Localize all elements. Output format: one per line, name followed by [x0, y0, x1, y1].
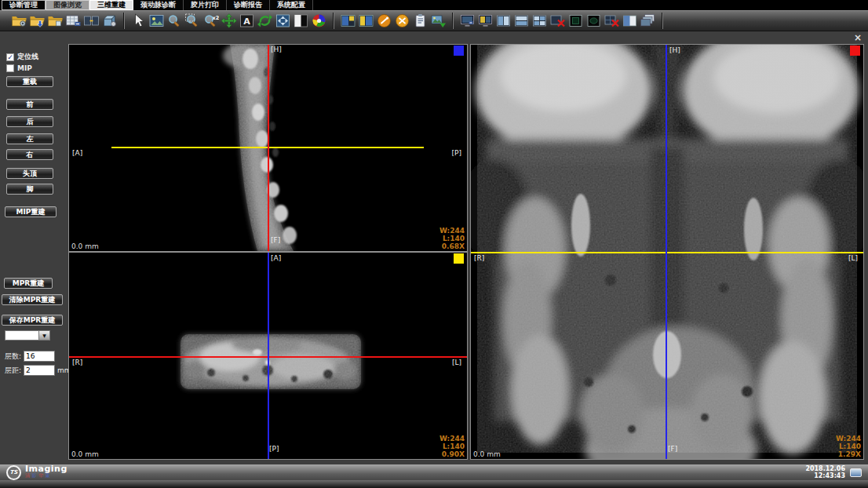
layout-half-icon[interactable]	[622, 13, 638, 28]
orientation-marker-right: [L]	[452, 359, 461, 366]
svg-text:x2: x2	[213, 15, 220, 21]
toolbar-separator	[452, 13, 454, 29]
layout-grid-icon[interactable]	[531, 13, 548, 28]
mpr-rebuild-button[interactable]: MPR重建	[4, 278, 53, 289]
mri-workstation-app: 诊断管理图像浏览三维重建颈动脉诊断胶片打印诊断报告系统配置 x2A 定位线 MI…	[0, 0, 868, 488]
menu-tab-5[interactable]: 胶片打印	[184, 0, 227, 10]
menu-tab-2[interactable]: 图像浏览	[46, 0, 89, 10]
svg-text:A: A	[243, 16, 250, 27]
mip-rebuild-button[interactable]: MIP重建	[5, 206, 57, 217]
image-preview-icon[interactable]	[148, 13, 165, 28]
annotation-text-icon[interactable]: A	[239, 13, 255, 28]
back-button[interactable]: 后	[6, 116, 53, 127]
brand-block: Imaging 清影华康	[25, 466, 67, 479]
menu-tab-1[interactable]: 诊断管理	[2, 0, 46, 10]
clear-layout-icon[interactable]	[604, 13, 620, 28]
cascade-windows-icon[interactable]	[640, 13, 656, 28]
layout-horizontal-icon[interactable]	[513, 13, 530, 28]
slice-distance-label: 0.0 mm	[473, 450, 501, 458]
orientation-marker-bottom: [F]	[668, 445, 677, 453]
color-palette-icon[interactable]	[311, 13, 327, 28]
close-series-icon[interactable]	[549, 13, 566, 28]
invert-contrast-icon[interactable]	[293, 13, 309, 28]
orientation-marker-left: [A]	[72, 149, 82, 157]
mip-checkbox[interactable]: MIP	[6, 64, 32, 72]
shape-rect-icon[interactable]	[567, 13, 584, 28]
window-level-readout: W:244 L:140 0.90X	[439, 435, 465, 458]
checkbox-box-icon[interactable]	[6, 64, 14, 72]
left-button[interactable]: 左	[6, 133, 53, 144]
open-folder-icon[interactable]	[47, 13, 64, 28]
head-button[interactable]: 头顶	[6, 168, 53, 179]
mip-label: MIP	[17, 64, 32, 72]
localization-lines-checkbox[interactable]: 定位线	[6, 52, 38, 62]
zoom-x2-icon[interactable]: x2	[202, 13, 219, 28]
right-button[interactable]: 右	[6, 149, 53, 160]
zoom-icon[interactable]	[166, 13, 183, 28]
layout-vertical-icon[interactable]	[495, 13, 512, 28]
zoom-region-icon[interactable]	[184, 13, 201, 28]
open-folder-import-icon[interactable]	[29, 13, 46, 28]
layout-preset-icon[interactable]	[340, 13, 356, 28]
axial-color-tag	[454, 253, 464, 264]
export-image-icon[interactable]	[430, 13, 447, 28]
reload-button[interactable]: 重载	[6, 76, 53, 87]
coronal-viewport[interactable]: [H] [R] [L] [F] 0.0 mm W:244 L:140 1.29X	[470, 44, 864, 460]
monitor-single-icon[interactable]	[459, 13, 476, 28]
brand-logo-icon: TS	[6, 465, 21, 480]
menu-tab-6[interactable]: 诊断报告	[227, 0, 270, 10]
layers-field-row: 层数:	[5, 351, 55, 362]
front-button[interactable]: 前	[6, 99, 53, 110]
menu-tab-4[interactable]: 颈动脉诊断	[133, 0, 184, 10]
checkbox-box-icon[interactable]	[6, 53, 14, 61]
measure-tools-icon[interactable]	[376, 13, 392, 28]
menu-tab-7[interactable]: 系统配置	[270, 0, 313, 10]
pan-icon[interactable]	[221, 13, 237, 28]
orientation-marker-right: [P]	[452, 149, 461, 157]
layers-input[interactable]	[24, 351, 55, 362]
bottom-strip	[0, 480, 868, 488]
save-mpr-button[interactable]: 保存MPR重建	[2, 315, 63, 326]
axial-viewport[interactable]: [A] [R] [L] [P] 0.0 mm W:244 L:140 0.90X	[68, 252, 468, 460]
open-folder-config-icon[interactable]	[11, 13, 27, 28]
menu-tab-3[interactable]: 三维重建	[89, 0, 133, 10]
mpr-preset-dropdown[interactable]: ▼	[5, 330, 50, 341]
slice-distance-label: 0.0 mm	[71, 450, 99, 458]
monitor-split-icon[interactable]	[477, 13, 494, 28]
coronal-color-tag	[850, 46, 860, 56]
spacing-label: 层距:	[5, 366, 21, 376]
zoom-factor-value: 1.29X	[836, 450, 861, 458]
chevron-down-icon[interactable]: ▼	[38, 331, 49, 340]
sagittal-viewport[interactable]: [H] [A] [P] [F] 0.0 mm W:244 L:140 0.68X	[68, 44, 468, 252]
settings-tools-icon[interactable]	[394, 13, 410, 28]
fit-to-window-icon[interactable]	[275, 13, 291, 28]
sagittal-plane-line[interactable]	[666, 45, 667, 459]
cursor-icon[interactable]	[130, 13, 147, 28]
spacing-input[interactable]	[24, 365, 55, 376]
report-clipboard-icon[interactable]	[412, 13, 429, 28]
brand-name: Imaging	[25, 466, 67, 472]
sagittal-plane-line[interactable]	[268, 253, 269, 459]
foot-button[interactable]: 脚	[6, 184, 53, 195]
spacing-field-row: 层距: mm	[5, 365, 71, 376]
status-picture-icon[interactable]	[850, 468, 862, 477]
layout-preset-alt-icon[interactable]	[358, 13, 374, 28]
worklist-table-icon[interactable]	[65, 13, 82, 28]
dropdown-value	[5, 331, 38, 340]
axial-plane-line[interactable]	[471, 252, 863, 253]
window-width-value: W:244	[836, 435, 861, 442]
menu-bar: 诊断管理图像浏览三维重建颈动脉诊断胶片打印诊断报告系统配置	[0, 0, 868, 10]
compare-views-icon[interactable]	[83, 13, 100, 28]
close-icon[interactable]: ×	[852, 32, 863, 43]
window-level-value: L:140	[836, 442, 861, 450]
clear-mpr-button[interactable]: 清除MPR重建	[2, 294, 63, 305]
toolbar-separator	[662, 13, 663, 29]
volume-3d-icon[interactable]	[101, 13, 118, 28]
coronal-plane-line[interactable]	[268, 45, 269, 251]
orientation-marker-right: [L]	[848, 254, 858, 262]
orientation-marker-top: [H]	[271, 46, 282, 53]
shape-ellipse-icon[interactable]	[585, 13, 602, 28]
toolbar: x2A	[0, 10, 868, 31]
refresh-icon[interactable]	[257, 13, 273, 28]
window-level-value: L:140	[439, 235, 465, 242]
